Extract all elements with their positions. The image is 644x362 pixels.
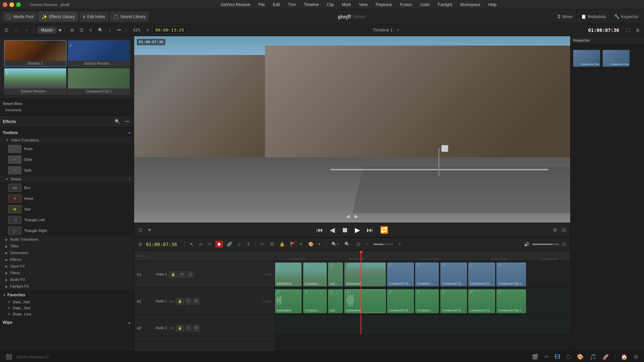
prev-frame-button[interactable]: ◀	[328, 225, 337, 235]
preview-next-btn[interactable]: ▶	[353, 213, 360, 220]
more-options-button[interactable]: •••	[115, 27, 123, 33]
video-clip-9[interactable]: 🔗 Compound Clip 1	[496, 262, 526, 286]
video-clip-1[interactable]: 🔗 asdasdasd	[275, 262, 302, 286]
overwrite-button[interactable]: ↧	[245, 241, 252, 248]
wipe-header[interactable]: Wipe ▲	[0, 318, 134, 326]
menu-help[interactable]: Help	[487, 2, 498, 8]
status-settings-btn[interactable]: ⚙	[632, 353, 640, 361]
menu-trim[interactable]: Trim	[286, 2, 297, 8]
menu-clip[interactable]: Clip	[326, 2, 335, 8]
audio-clip-6[interactable]: 🔗 Compoun...	[415, 289, 439, 313]
generators-header[interactable]: ▶ Generators	[0, 249, 134, 256]
select-tool-button[interactable]: ↖	[188, 241, 195, 248]
a2-lock-btn[interactable]: 🔒	[176, 325, 184, 331]
status-fairlight-btn[interactable]: 🎵	[588, 353, 598, 361]
menu-mark[interactable]: Mark	[340, 2, 352, 8]
volume-slider[interactable]	[532, 244, 559, 245]
audio-clip-2[interactable]: 🔗 Compoun...	[303, 289, 327, 313]
effects-more-button[interactable]: •••	[123, 118, 131, 125]
playback-option-2[interactable]: ⊟	[560, 226, 568, 234]
zoom-minus-btn[interactable]: −	[364, 241, 370, 248]
panel-toggle-button[interactable]: ☰	[3, 27, 10, 33]
clip-link-button[interactable]: 🔗	[225, 241, 234, 248]
razor-tool-button[interactable]: ✂	[206, 241, 213, 248]
status-media-btn[interactable]: 🎬	[530, 353, 540, 361]
audio-clip-9[interactable]: 🔗 Compound Clip 1	[496, 289, 526, 313]
record-button[interactable]: ⏺	[215, 241, 223, 248]
a1-s-btn[interactable]: S	[185, 298, 192, 305]
a1-m-btn[interactable]: M	[193, 298, 200, 305]
flag-button[interactable]: 🚩	[288, 241, 297, 248]
menu-davinci[interactable]: DaVinci Resolve	[219, 2, 252, 8]
stop-button[interactable]: ⏹	[339, 225, 350, 235]
filters-header[interactable]: ▶ Filters	[0, 269, 134, 276]
zoom-in-button[interactable]: 🔍+	[330, 241, 341, 248]
toolbox-header[interactable]: Toolbox ▼	[0, 129, 134, 137]
v1-lock-btn[interactable]: 🔒	[169, 271, 177, 278]
fairlight-fx-header[interactable]: ▶ Fairlight FX	[0, 283, 134, 290]
shape-header[interactable]: ▼ Shape ▲	[0, 176, 134, 182]
mixer-button[interactable]: 🎛 Mixer	[554, 13, 576, 20]
a1-lock-btn[interactable]: 🔒	[176, 298, 184, 305]
edit-index-button[interactable]: ≡ Edit Index	[79, 12, 109, 22]
close-button[interactable]	[3, 2, 7, 7]
trim-tool-button[interactable]: ⇔	[197, 241, 204, 248]
search-button[interactable]: 🔍	[96, 27, 105, 33]
insert-button[interactable]: ↙	[236, 241, 243, 248]
flag-dropdown[interactable]: ▼	[298, 241, 305, 247]
grid-view-button[interactable]: ⊞	[68, 27, 76, 33]
media-pool-button[interactable]: ⬛ Media Pool	[3, 12, 37, 22]
media-item-davinci2[interactable]: ♪ DaVinci Resolve ...	[4, 68, 66, 95]
effects-library-button[interactable]: ✨ Effects Library	[38, 12, 78, 22]
media-item-compound1[interactable]: Compound Clip 1	[68, 68, 130, 95]
compound-clip-thumb-2[interactable]: Compound Clip	[603, 50, 630, 67]
lock-button[interactable]: 🔒	[278, 241, 286, 248]
audio-transitions-header[interactable]: ▶ Audio Transitions	[0, 236, 134, 243]
favorites-header[interactable]: ▼ Favorites	[0, 291, 134, 299]
fullscreen-button[interactable]: ⛶	[624, 27, 632, 33]
menu-edit[interactable]: Edit	[272, 2, 281, 8]
menu-workspace[interactable]: Workspace	[459, 2, 482, 8]
sound-library-button[interactable]: 🎵 Sound Library	[110, 12, 149, 22]
audio-clip-1[interactable]: 🔗 asdasdasd	[275, 289, 302, 313]
effects-sub-header[interactable]: ▶ Effects	[0, 256, 134, 263]
menu-file[interactable]: File	[257, 2, 266, 8]
view-options-button[interactable]: ⊞	[634, 27, 641, 33]
color-button[interactable]: 🎨	[307, 241, 315, 248]
redo-button[interactable]: →	[22, 27, 31, 33]
audio-clip-7[interactable]: 🔗 Compound Clip 1	[440, 289, 467, 313]
window-controls[interactable]	[3, 2, 21, 7]
v1-eye-btn[interactable]: 👁	[178, 271, 186, 278]
video-clip-5[interactable]: 🔗 Compound Clip 1	[387, 262, 414, 286]
audio-fx-header[interactable]: ▶ Audio FX	[0, 276, 134, 283]
video-clip-8[interactable]: 🔗 Compound Clip 1	[468, 262, 495, 286]
video-clip-7[interactable]: 🔗 Compound Clip 1	[440, 262, 467, 286]
metadata-button[interactable]: 📋 Metadata	[578, 13, 608, 20]
detail-view-button[interactable]: ≡	[88, 27, 94, 33]
timeline-dropdown-icon[interactable]: ▼	[396, 28, 400, 32]
fav-item-1[interactable]: Dark...Text	[0, 305, 134, 311]
menu-playback[interactable]: Playback	[374, 2, 393, 8]
shape-heart[interactable]: ♥ Heart	[0, 193, 134, 204]
shape-triangle-left[interactable]: ◁ Triangle Left	[0, 215, 134, 225]
color-dropdown[interactable]: ▼	[316, 241, 323, 247]
menu-fairlight[interactable]: Fairlight	[436, 2, 453, 8]
maximize-button[interactable]	[16, 2, 21, 7]
keywords-item[interactable]: Keywords	[3, 107, 131, 113]
titles-header[interactable]: ▶ Titles	[0, 243, 134, 249]
menu-timeline[interactable]: Timeline	[303, 2, 320, 8]
skip-start-button[interactable]: ⏮	[314, 225, 325, 235]
a2-s-btn[interactable]: S	[185, 325, 192, 331]
media-item-timeline1[interactable]: Timeline 1	[4, 40, 66, 67]
zoom-fit-button[interactable]: ⊡	[355, 241, 362, 248]
video-clip-3[interactable]: 🔗 asd...	[328, 262, 343, 286]
status-davinci-icon[interactable]: ⬛	[4, 353, 14, 361]
shape-star[interactable]: ★ Star	[0, 204, 134, 215]
master-label[interactable]: Master	[38, 27, 57, 34]
effects-search-button[interactable]: 🔍	[113, 118, 122, 125]
zoom-level[interactable]: 42%	[130, 27, 143, 34]
shape-triangle-right[interactable]: ▷ Triangle Right	[0, 225, 134, 236]
loop-button[interactable]: 🔁	[378, 225, 390, 235]
audio-clip-4[interactable]: 🔗	[344, 289, 386, 313]
volume-more[interactable]: ⊡	[560, 241, 568, 248]
